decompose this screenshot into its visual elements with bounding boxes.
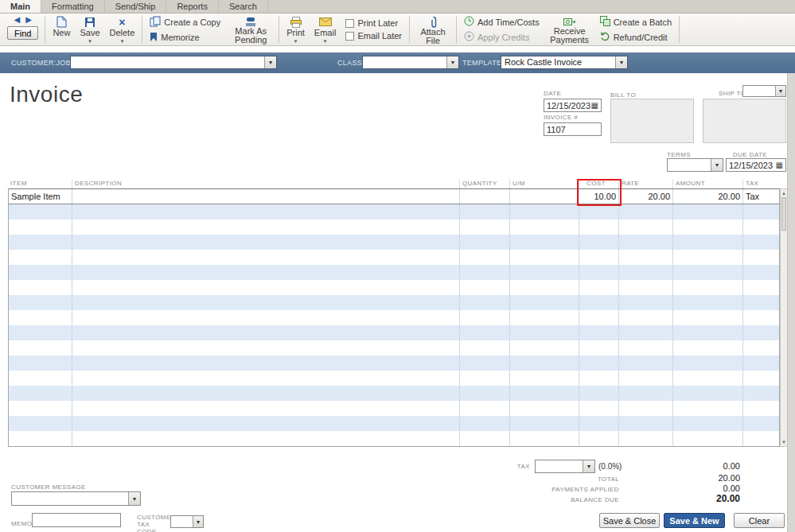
customer-tax-code-dropdown-arrow-icon[interactable]: ▾ <box>193 516 203 527</box>
empty-cell[interactable] <box>743 416 779 431</box>
empty-cell[interactable] <box>460 340 510 355</box>
empty-cell[interactable] <box>460 265 510 280</box>
cell-tax[interactable]: Tax <box>743 189 779 204</box>
empty-cell[interactable] <box>9 280 72 295</box>
empty-cell[interactable] <box>743 325 779 340</box>
empty-cell[interactable] <box>72 401 460 416</box>
empty-cell[interactable] <box>9 310 72 325</box>
empty-cell[interactable] <box>510 250 579 265</box>
tab-send-ship[interactable]: Send/Ship <box>105 0 167 13</box>
empty-cell[interactable] <box>460 386 510 401</box>
empty-cell[interactable] <box>673 371 743 386</box>
empty-cell[interactable] <box>510 235 579 250</box>
table-empty-row[interactable] <box>9 235 779 250</box>
empty-cell[interactable] <box>743 235 779 250</box>
empty-cell[interactable] <box>673 235 743 250</box>
cell-amount[interactable]: 20.00 <box>673 189 743 204</box>
empty-cell[interactable] <box>9 265 72 280</box>
empty-cell[interactable] <box>743 310 779 325</box>
empty-cell[interactable] <box>579 235 619 250</box>
delete-button[interactable]: × Delete ▾ <box>105 14 140 45</box>
email-button[interactable]: Email ▾ <box>310 14 341 45</box>
empty-cell[interactable] <box>72 280 460 295</box>
empty-cell[interactable] <box>510 386 579 401</box>
due-date-input[interactable]: 12/15/2023 ▦ <box>726 158 786 172</box>
customer-job-dropdown-arrow-icon[interactable]: ▾ <box>264 56 276 68</box>
customer-job-combobox[interactable]: ▾ <box>70 56 277 69</box>
empty-cell[interactable] <box>743 340 779 355</box>
empty-cell[interactable] <box>619 235 673 250</box>
empty-cell[interactable] <box>579 250 619 265</box>
empty-cell[interactable] <box>72 371 460 386</box>
delete-dropdown-caret-icon[interactable]: ▾ <box>121 38 124 44</box>
tab-reports[interactable]: Reports <box>166 0 219 13</box>
empty-cell[interactable] <box>510 325 579 340</box>
empty-cell[interactable] <box>579 204 619 219</box>
empty-cell[interactable] <box>579 340 619 355</box>
email-later-checkbox[interactable] <box>345 32 354 41</box>
date-input[interactable]: 12/15/2023 ▦ <box>544 99 602 112</box>
column-header-um[interactable]: U/M <box>509 180 579 188</box>
empty-cell[interactable] <box>579 401 619 416</box>
column-header-cost[interactable]: COST <box>579 180 618 188</box>
empty-cell[interactable] <box>579 325 619 340</box>
bill-to-box[interactable] <box>610 99 694 143</box>
empty-cell[interactable] <box>673 416 743 431</box>
empty-cell[interactable] <box>510 280 579 295</box>
empty-cell[interactable] <box>673 295 743 310</box>
save-dropdown-caret-icon[interactable]: ▾ <box>88 38 92 44</box>
scroll-down-arrow-icon[interactable]: ▼ <box>781 439 787 445</box>
back-arrow-icon[interactable]: ◀ <box>14 15 21 25</box>
table-empty-row[interactable] <box>9 295 779 310</box>
tab-formatting[interactable]: Formatting <box>41 0 105 13</box>
class-dropdown-arrow-icon[interactable]: ▾ <box>446 56 458 68</box>
empty-cell[interactable] <box>72 386 460 401</box>
table-empty-row[interactable] <box>9 310 779 325</box>
empty-cell[interactable] <box>743 280 779 295</box>
empty-cell[interactable] <box>743 219 779 235</box>
empty-cell[interactable] <box>460 310 510 325</box>
empty-cell[interactable] <box>510 355 579 371</box>
tax-dropdown-arrow-icon[interactable]: ▾ <box>583 460 594 472</box>
empty-cell[interactable] <box>510 219 579 235</box>
empty-cell[interactable] <box>510 265 579 280</box>
print-button[interactable]: Print ▾ <box>282 14 310 45</box>
table-row[interactable]: Sample Item 10.00 20.00 20.00 Tax <box>9 189 779 204</box>
empty-cell[interactable] <box>743 401 779 416</box>
empty-cell[interactable] <box>673 204 743 219</box>
empty-cell[interactable] <box>72 355 460 371</box>
add-time-costs-button[interactable]: Add Time/Costs <box>464 16 540 28</box>
mark-as-pending-button[interactable]: Mark As Pending <box>225 14 276 45</box>
table-empty-row[interactable] <box>9 386 779 401</box>
empty-cell[interactable] <box>579 386 619 401</box>
terms-combobox[interactable]: ▾ <box>667 158 723 172</box>
empty-cell[interactable] <box>579 355 619 371</box>
empty-cell[interactable] <box>743 250 779 265</box>
empty-cell[interactable] <box>510 295 579 310</box>
ship-to-combobox[interactable]: ▾ <box>742 85 786 97</box>
empty-cell[interactable] <box>72 340 460 355</box>
empty-cell[interactable] <box>743 431 779 446</box>
apply-credits-button[interactable]: Apply Credits <box>464 31 540 43</box>
empty-cell[interactable] <box>510 416 579 431</box>
customer-message-dropdown-arrow-icon[interactable]: ▾ <box>128 492 140 505</box>
empty-cell[interactable] <box>619 371 673 386</box>
table-empty-row[interactable] <box>9 250 779 265</box>
column-header-tax[interactable]: TAX <box>742 180 778 188</box>
empty-cell[interactable] <box>743 355 779 371</box>
table-empty-row[interactable] <box>9 416 779 431</box>
empty-cell[interactable] <box>460 280 510 295</box>
table-empty-row[interactable] <box>9 401 779 416</box>
tab-main[interactable]: Main <box>0 0 41 13</box>
empty-cell[interactable] <box>9 235 72 250</box>
empty-cell[interactable] <box>460 416 510 431</box>
table-empty-row[interactable] <box>9 265 779 280</box>
forward-arrow-icon[interactable]: ▶ <box>25 15 32 25</box>
table-empty-row[interactable] <box>9 219 779 235</box>
empty-cell[interactable] <box>743 295 779 310</box>
empty-cell[interactable] <box>619 401 673 416</box>
new-button[interactable]: New <box>48 14 75 45</box>
save-button[interactable]: Save ▾ <box>75 14 104 45</box>
cell-um[interactable] <box>510 189 579 204</box>
empty-cell[interactable] <box>460 250 510 265</box>
